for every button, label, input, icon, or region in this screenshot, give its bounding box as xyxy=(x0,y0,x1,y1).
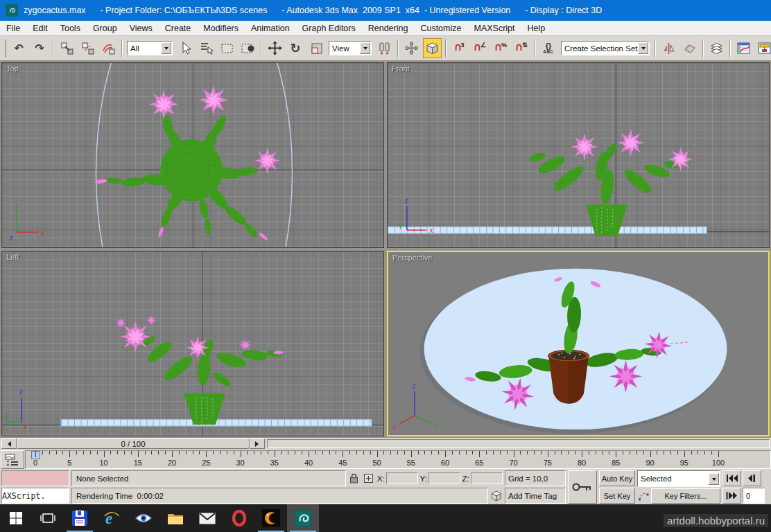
menu-maxscript[interactable]: MAXScript xyxy=(467,22,521,35)
track-bar: 0510152025303540455055606570758085909510… xyxy=(0,450,771,470)
dropdown-arrow-icon[interactable] xyxy=(709,473,719,485)
viewport-front[interactable]: Front xyxy=(387,62,770,248)
bind-to-space-warp-button[interactable] xyxy=(99,38,118,58)
angle-snap-toggle-button[interactable]: ∪∠ xyxy=(471,38,490,58)
key-filters-button[interactable]: Key Filters... xyxy=(651,488,720,504)
dropdown-arrow-icon[interactable] xyxy=(161,42,171,54)
select-and-link-button[interactable] xyxy=(58,38,76,58)
trackbar-tick xyxy=(534,451,535,454)
select-by-name-button[interactable] xyxy=(197,38,216,58)
selection-filter-dropdown[interactable]: All xyxy=(127,41,173,55)
select-object-button[interactable] xyxy=(176,38,195,58)
cursor-icon xyxy=(178,41,193,55)
dotted-rect-circle-icon xyxy=(241,41,255,55)
maxscript-macro-recorder-pane[interactable] xyxy=(1,470,69,486)
next-frame-arrow-button[interactable] xyxy=(250,438,265,449)
absolute-mode-transform-toggle[interactable] xyxy=(363,470,375,486)
auto-key-button[interactable]: Auto Key xyxy=(599,470,635,486)
undo-button[interactable]: ↶ xyxy=(10,38,28,58)
menu-animation[interactable]: Animation xyxy=(245,22,296,35)
top-viewport-scene: y x z xyxy=(2,63,383,247)
menu-edit[interactable]: Edit xyxy=(26,22,54,35)
window-crossing-toggle-button[interactable] xyxy=(239,38,257,58)
x-coordinate-field[interactable] xyxy=(386,472,418,484)
percent-snap-toggle-button[interactable]: ∪% xyxy=(492,38,510,58)
unlink-selection-button[interactable] xyxy=(78,38,97,58)
mirror-button[interactable] xyxy=(659,38,678,58)
menu-help[interactable]: Help xyxy=(521,22,552,35)
previous-frame-button[interactable] xyxy=(743,470,761,486)
z-coordinate-field[interactable] xyxy=(471,472,503,484)
current-frame-field[interactable]: 0 xyxy=(743,488,765,504)
toolbar-grip[interactable] xyxy=(5,39,6,57)
dropdown-arrow-icon[interactable] xyxy=(360,42,370,54)
viewport-label-top[interactable]: Top xyxy=(6,64,19,73)
menu-create[interactable]: Create xyxy=(159,22,198,35)
trackbar-tick xyxy=(90,451,91,454)
selection-set-dropdown[interactable]: Selected xyxy=(637,470,720,487)
previous-frame-arrow-button[interactable] xyxy=(1,438,17,449)
viewport-perspective[interactable]: Perspective xyxy=(387,251,770,436)
rectangular-selection-region-button[interactable] xyxy=(218,38,236,58)
open-mini-curve-editor-button[interactable] xyxy=(1,450,24,469)
menu-modifiers[interactable]: Modifiers xyxy=(197,22,245,35)
viewport-left[interactable]: Left xyxy=(1,251,384,436)
snaps-toggle-button[interactable] xyxy=(423,38,442,58)
go-to-start-button[interactable] xyxy=(722,470,741,486)
viewport-label-perspective[interactable]: Perspective xyxy=(392,254,432,262)
use-pivot-point-center-button[interactable] xyxy=(375,38,394,58)
y-coordinate-field[interactable] xyxy=(428,472,460,484)
add-time-tag[interactable]: Add Time Tag xyxy=(505,488,566,504)
selection-lock-toggle[interactable] xyxy=(348,470,361,486)
grid-size-display: Grid = 10,0 xyxy=(505,470,566,486)
select-and-move-button[interactable] xyxy=(266,38,284,58)
reference-coordinate-system-dropdown[interactable]: View xyxy=(329,41,372,55)
taskbar-app-total-commander[interactable] xyxy=(64,504,96,532)
maxscript-listener-pane[interactable]: AXScript. xyxy=(1,488,69,504)
menu-file[interactable]: File xyxy=(0,22,26,35)
key-mode-toggle-button[interactable] xyxy=(722,488,741,504)
snap-3d-toggle-button[interactable]: ∪3 xyxy=(450,38,469,58)
communication-center-toggle[interactable] xyxy=(490,488,503,504)
time-slider-handle[interactable]: 0 / 100 xyxy=(17,438,250,449)
menu-group[interactable]: Group xyxy=(87,22,123,35)
track-bar-ruler[interactable]: 0510152025303540455055606570758085909510… xyxy=(25,450,771,469)
taskbar-app-internet-explorer[interactable]: e xyxy=(96,504,128,532)
time-slider-track[interactable] xyxy=(267,439,770,448)
spinner-snap-toggle-button[interactable]: ∪⇅ xyxy=(512,38,531,58)
dropdown-arrow-icon[interactable] xyxy=(638,42,648,54)
taskbar-app-image-viewer[interactable] xyxy=(128,504,159,532)
menu-views[interactable]: Views xyxy=(123,22,159,35)
menu-customize[interactable]: Customize xyxy=(414,22,467,35)
menu-tools[interactable]: Tools xyxy=(54,22,87,35)
taskbar-app-corel-draw[interactable] xyxy=(255,504,287,532)
layer-manager-button[interactable] xyxy=(707,38,726,58)
schematic-view-button[interactable] xyxy=(755,38,771,58)
go-to-start-icon xyxy=(726,475,738,482)
menu-rendering[interactable]: Rendering xyxy=(362,22,415,35)
edit-named-selection-sets-button[interactable]: {}ABC xyxy=(539,38,558,58)
select-and-rotate-button[interactable]: ↻ xyxy=(286,38,305,58)
set-keys-button[interactable] xyxy=(568,470,597,504)
menu-graph-editors[interactable]: Graph Editors xyxy=(296,22,362,35)
taskbar-app-file-explorer[interactable] xyxy=(159,504,191,532)
viewport-label-left[interactable]: Left xyxy=(6,253,19,261)
viewport-label-front[interactable]: Front xyxy=(392,64,410,73)
curve-editor-button[interactable] xyxy=(734,38,753,58)
taskbar-app-opera[interactable] xyxy=(223,504,255,532)
task-view-button[interactable] xyxy=(32,504,64,532)
dotted-rect-icon xyxy=(220,41,234,55)
taskbar-app-mail[interactable] xyxy=(191,504,223,532)
named-selection-set-dropdown[interactable]: Create Selection Set xyxy=(561,41,650,55)
playback-controls: 0 xyxy=(722,470,771,504)
viewport-top[interactable]: Top xyxy=(1,62,384,248)
start-button[interactable] xyxy=(0,504,32,532)
select-and-scale-button[interactable] xyxy=(307,38,326,58)
redo-button[interactable]: ↷ xyxy=(31,38,49,58)
taskbar-app-3ds-max[interactable] xyxy=(287,504,319,532)
align-button[interactable] xyxy=(680,38,699,58)
set-key-button[interactable]: Set Key xyxy=(599,488,635,504)
select-and-manipulate-button[interactable] xyxy=(402,38,421,58)
default-in-out-tangents-button[interactable] xyxy=(637,488,650,504)
floppy-disk-icon xyxy=(71,510,88,526)
